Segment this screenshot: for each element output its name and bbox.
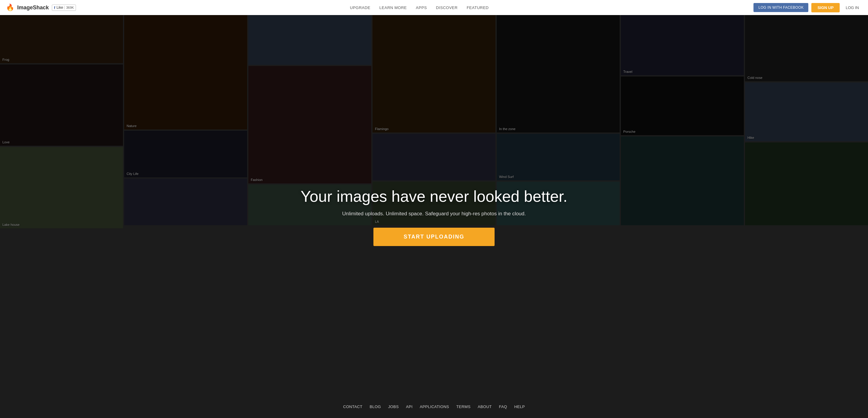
nav-learn-more[interactable]: LEARN MORE (379, 5, 407, 10)
fb-login-button[interactable]: LOG IN WITH FACEBOOK (753, 3, 808, 12)
logo-text: ImageShack (17, 4, 49, 11)
logo-icon: 🔥 (6, 4, 14, 11)
nav-apps[interactable]: APPS (416, 5, 427, 10)
footer-link-faq[interactable]: FAQ (499, 405, 507, 409)
login-button[interactable]: LOG IN (843, 3, 862, 12)
nav-featured[interactable]: FEATURED (467, 5, 489, 10)
main-nav: UPGRADE LEARN MORE APPS DISCOVER FEATURE… (85, 5, 753, 10)
footer-link-blog[interactable]: BLOG (370, 405, 381, 409)
footer-link-about[interactable]: ABOUT (478, 405, 492, 409)
main-content: FrogLoveLake houseNatureCity LifeFashion… (0, 15, 868, 418)
footer-link-jobs[interactable]: JOBS (388, 405, 399, 409)
footer-link-applications[interactable]: APPLICATIONS (420, 405, 449, 409)
fb-count: 369K (64, 6, 74, 9)
hero-subtitle: Unlimited uploads. Unlimited space. Safe… (342, 211, 526, 217)
footer-link-contact[interactable]: CONTACT (343, 405, 363, 409)
logo-area: 🔥 ImageShack f Like 369K (6, 4, 76, 11)
footer-links: CONTACTBLOGJOBSAPIAPPLICATIONSTERMSABOUT… (343, 405, 525, 409)
fb-like-label: Like (56, 5, 63, 10)
facebook-icon: f (54, 5, 55, 10)
start-uploading-button[interactable]: START UPLOADING (373, 228, 495, 246)
header: 🔥 ImageShack f Like 369K UPGRADE LEARN M… (0, 0, 868, 15)
hero-overlay: Your images have never looked better. Un… (0, 15, 868, 418)
header-right: LOG IN WITH FACEBOOK SIGN UP LOG IN (753, 3, 862, 12)
signup-button[interactable]: SIGN UP (811, 3, 839, 12)
nav-discover[interactable]: DISCOVER (436, 5, 458, 10)
footer-link-api[interactable]: API (406, 405, 412, 409)
nav-upgrade[interactable]: UPGRADE (350, 5, 370, 10)
hero-title: Your images have never looked better. (301, 187, 567, 206)
fb-like-button[interactable]: f Like 369K (52, 4, 76, 11)
footer-link-help[interactable]: HELP (514, 405, 525, 409)
footer-link-terms[interactable]: TERMS (456, 405, 470, 409)
